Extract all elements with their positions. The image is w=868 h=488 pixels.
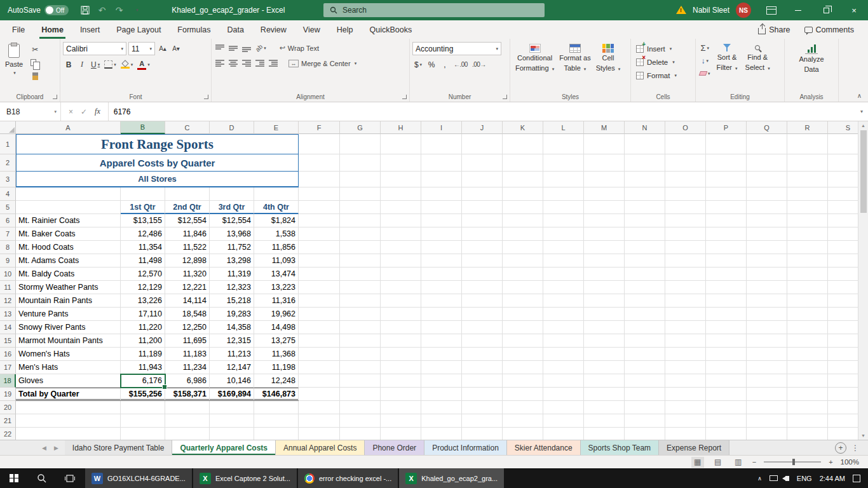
cell-M3[interactable]	[584, 172, 625, 187]
comments-button[interactable]: Comments	[799, 24, 859, 36]
zoom-slider[interactable]	[764, 461, 821, 463]
cell-O16[interactable]	[665, 348, 706, 361]
cell-E4[interactable]	[254, 187, 299, 201]
decrease-font-button[interactable]: A▾	[170, 43, 182, 55]
cell-S9[interactable]	[828, 254, 858, 268]
cell-F7[interactable]	[299, 227, 340, 241]
cell-K1[interactable]	[503, 134, 543, 154]
cell-C19[interactable]: $158,371	[165, 388, 210, 401]
clear-button[interactable]: ▾	[698, 67, 712, 79]
page-break-view-button[interactable]: ▥	[732, 457, 745, 468]
cell-D11[interactable]: 12,323	[210, 281, 254, 294]
close-button[interactable]: ×	[840, 0, 868, 20]
column-header-B[interactable]: B	[121, 121, 165, 134]
cell-A15[interactable]: Marmot Mountain Pants	[16, 334, 121, 348]
wrap-text-button[interactable]: ↩Wrap Text	[278, 42, 320, 54]
cell-N7[interactable]	[625, 227, 665, 241]
cell-P19[interactable]	[706, 388, 747, 401]
cell-N15[interactable]	[625, 334, 665, 348]
collapse-ribbon-button[interactable]: ∧	[857, 92, 862, 99]
row-header-17[interactable]: 17	[0, 361, 16, 374]
cell-C9[interactable]: 12,898	[165, 254, 210, 268]
cell-H15[interactable]	[381, 334, 421, 348]
cell-C12[interactable]: 14,114	[165, 294, 210, 308]
cell-N19[interactable]	[625, 388, 665, 401]
sheet-tab-sports-shop-team[interactable]: Sports Shop Team	[581, 440, 660, 455]
cell-R1[interactable]	[787, 134, 828, 154]
cell-R5[interactable]	[787, 201, 828, 214]
row-header-6[interactable]: 6	[0, 214, 16, 227]
cell-L19[interactable]	[543, 388, 584, 401]
cell-A7[interactable]: Mt. Baker Coats	[16, 227, 121, 241]
cell-P8[interactable]	[706, 241, 747, 254]
cell-G14[interactable]	[340, 321, 381, 334]
cell-K17[interactable]	[503, 361, 543, 374]
clipboard-dialog-launcher[interactable]	[53, 95, 57, 99]
cell-G2[interactable]	[340, 154, 381, 172]
ribbon-tab-formulas[interactable]: Formulas	[169, 20, 219, 39]
taskbar-app-error-checking-excel[interactable]: error checking excel -...	[298, 468, 398, 488]
column-header-O[interactable]: O	[665, 121, 706, 134]
undo-button[interactable]: ↶	[93, 0, 111, 20]
cell-K22[interactable]	[503, 428, 543, 440]
cell-N6[interactable]	[625, 214, 665, 227]
format-cells-button[interactable]: Format▾	[634, 69, 693, 82]
increase-font-button[interactable]: A▴	[157, 43, 168, 55]
cell-A4[interactable]	[16, 187, 121, 201]
cell-P17[interactable]	[706, 361, 747, 374]
cell-L20[interactable]	[543, 401, 584, 414]
cell-R4[interactable]	[787, 187, 828, 201]
cell-I1[interactable]	[421, 134, 462, 154]
number-dialog-launcher[interactable]	[503, 95, 507, 99]
cell-O19[interactable]	[665, 388, 706, 401]
cell-C10[interactable]: 11,320	[165, 268, 210, 281]
cell-H3[interactable]	[381, 172, 421, 187]
cell-H21[interactable]	[381, 414, 421, 428]
cell-D8[interactable]: 11,752	[210, 241, 254, 254]
cell-J11[interactable]	[462, 281, 503, 294]
cell-R22[interactable]	[787, 428, 828, 440]
cell-Q3[interactable]	[747, 172, 787, 187]
cell-G18[interactable]	[340, 374, 381, 388]
cell-D17[interactable]: 12,147	[210, 361, 254, 374]
cell-B9[interactable]: 11,498	[121, 254, 165, 268]
cell-N11[interactable]	[625, 281, 665, 294]
cell-J3[interactable]	[462, 172, 503, 187]
cell-K18[interactable]	[503, 374, 543, 388]
cell-K20[interactable]	[503, 401, 543, 414]
cell-K16[interactable]	[503, 348, 543, 361]
cell-B15[interactable]: 11,200	[121, 334, 165, 348]
cell-C14[interactable]: 12,250	[165, 321, 210, 334]
cell-B22[interactable]	[121, 428, 165, 440]
cell-B7[interactable]: 12,486	[121, 227, 165, 241]
cell-G8[interactable]	[340, 241, 381, 254]
decrease-indent-button[interactable]	[254, 57, 266, 69]
cell-R8[interactable]	[787, 241, 828, 254]
cell-K13[interactable]	[503, 308, 543, 321]
cell-Q6[interactable]	[747, 214, 787, 227]
cell-P12[interactable]	[706, 294, 747, 308]
cell-H11[interactable]	[381, 281, 421, 294]
cell-L17[interactable]	[543, 361, 584, 374]
enter-button[interactable]: ✓	[81, 107, 87, 116]
cell-N2[interactable]	[625, 154, 665, 172]
cell-O2[interactable]	[665, 154, 706, 172]
cell-K3[interactable]	[503, 172, 543, 187]
cell-C8[interactable]: 11,522	[165, 241, 210, 254]
cell-A18[interactable]: Gloves	[16, 374, 121, 388]
cell-I21[interactable]	[421, 414, 462, 428]
cell-O11[interactable]	[665, 281, 706, 294]
redo-button[interactable]: ↷	[111, 0, 128, 20]
cell-M10[interactable]	[584, 268, 625, 281]
cell-R20[interactable]	[787, 401, 828, 414]
cell-N14[interactable]	[625, 321, 665, 334]
cell-O8[interactable]	[665, 241, 706, 254]
cell-M22[interactable]	[584, 428, 625, 440]
cell-I6[interactable]	[421, 214, 462, 227]
ribbon-tab-insert[interactable]: Insert	[72, 20, 108, 39]
cell-C16[interactable]: 11,183	[165, 348, 210, 361]
insert-function-button[interactable]: fx	[95, 107, 100, 116]
cell-M6[interactable]	[584, 214, 625, 227]
cell-M21[interactable]	[584, 414, 625, 428]
number-format-combo[interactable]: Accounting▾	[412, 42, 501, 55]
